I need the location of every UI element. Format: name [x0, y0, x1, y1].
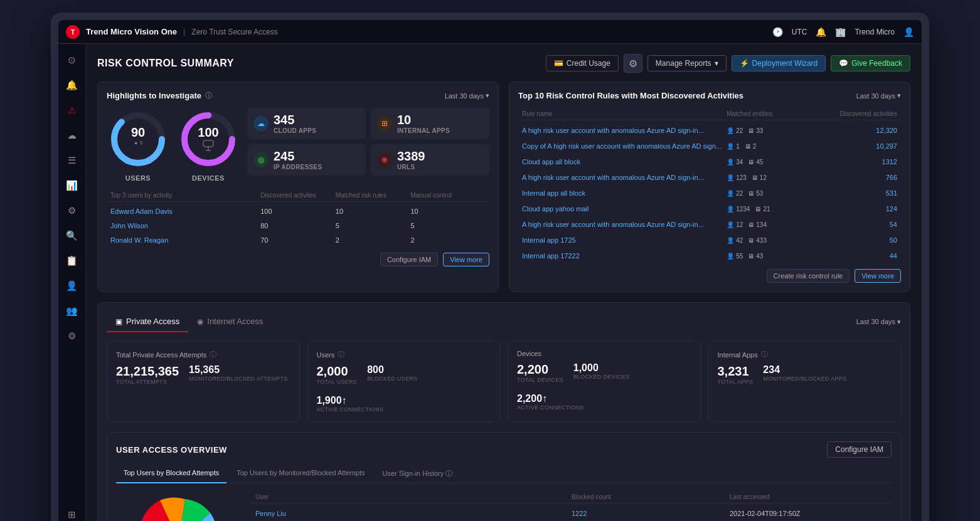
ip-addresses-stat: ◎ 245 IP ADDRESSES — [247, 144, 366, 176]
sidebar: ⊙ 🔔 ⚠ ☁ ☰ 📊 ⚙ 🔍 📋 👤 👥 ⚙ ⊞ ? ▶ — [58, 44, 86, 521]
risk-rules-time-select[interactable]: Last 30 days ▾ — [856, 92, 901, 100]
access-time-select[interactable]: Last 30 days ▾ — [856, 318, 901, 326]
sidebar-item-reports[interactable]: 📊 — [61, 174, 83, 197]
rule-link[interactable]: Internal app 17222 — [522, 252, 727, 260]
highlights-time-select[interactable]: Last 30 days ▾ — [445, 92, 489, 100]
entity-badges: 👤123 🖥12 — [727, 174, 829, 181]
rule-link[interactable]: A high risk user account with anomalous … — [522, 127, 727, 134]
cloud-apps-icon: ☁ — [253, 116, 269, 131]
create-rule-button[interactable]: Create risk control rule — [767, 269, 850, 283]
entity-badges: 👤12 🖥134 — [727, 221, 829, 228]
risk-table-actions: Create risk control rule View more — [518, 269, 901, 283]
rule-link[interactable]: A high risk user account with anomalous … — [522, 174, 727, 181]
rule-link[interactable]: Internal app 1725 — [522, 236, 727, 244]
overview-table-header: User Blocked count Last accessed — [252, 491, 892, 503]
rule-link[interactable]: Internal app all block — [522, 189, 727, 197]
give-feedback-button[interactable]: 💬 Give Feedback — [831, 55, 910, 71]
brand-name: Trend Micro Vision One — [86, 27, 177, 36]
urls-icon: ⊗ — [377, 152, 392, 167]
table-row: Ronald W. Reagan 70 2 2 — [107, 233, 489, 248]
table-row: Edward Adam Davis 100 10 10 — [107, 204, 489, 219]
credit-usage-button[interactable]: 💳 Credit Usage — [546, 55, 619, 71]
settings-button[interactable]: ⚙ — [624, 54, 642, 73]
configure-iam-overview-button[interactable]: Configure IAM — [827, 441, 892, 458]
sidebar-item-settings[interactable]: ⚙ — [61, 325, 83, 347]
sidebar-item-users[interactable]: 👤 — [61, 275, 83, 297]
sub-tab-monitored[interactable]: Top Users by Monitored/Blocked Attempts — [229, 465, 372, 483]
sidebar-item-grid[interactable]: ⊞ — [61, 503, 83, 521]
urls-label: URLS — [397, 164, 425, 171]
rule-link[interactable]: Cloud app yahoo mail — [522, 205, 727, 213]
devices-stat-card: Devices 2,200 TOTAL DEVICES 1,000 BLOCKE… — [508, 340, 701, 422]
svg-text:100: 100 — [198, 125, 218, 139]
user-link[interactable]: Edward Adam Davis — [110, 208, 260, 215]
entity-badges: 👤55 🖥43 — [727, 253, 829, 260]
devices-donut-chart: 100 — [177, 108, 240, 171]
internal-apps-card: Internal Apps ⓘ 3,231 TOTAL APPS 234 — [708, 340, 902, 422]
risk-table-header: Rule name Matched entities Discovered ac… — [518, 108, 901, 120]
notification-icon[interactable]: 🔔 — [816, 27, 826, 37]
view-more-button[interactable]: View more — [443, 253, 489, 266]
sub-tab-signin[interactable]: User Sign-in History ⓘ — [375, 465, 460, 483]
rule-link[interactable]: A high risk user account with anomalous … — [522, 221, 727, 228]
user-avatar[interactable]: 👤 — [903, 27, 914, 37]
clock-icon: 🕐 — [772, 27, 783, 37]
highlights-card: Highlights to Investigate ⓘ Last 30 days… — [97, 82, 499, 292]
users-table: Top 3 users by activity Discovered activ… — [107, 189, 489, 266]
topbar-right: 🕐 UTC 🔔 🏢 Trend Micro 👤 — [772, 27, 914, 37]
deployment-wizard-button[interactable]: ⚡ Deployment Wizard — [732, 55, 826, 71]
table-row: Cloud app all block 👤34 🖥45 1312 — [518, 154, 901, 170]
table-row: Copy of A high risk user account with an… — [518, 139, 901, 154]
sidebar-item-groups[interactable]: 👥 — [61, 300, 83, 322]
svg-text:▲ 5: ▲ 5 — [134, 140, 143, 145]
tab-private-access[interactable]: ▣ Private Access — [107, 312, 188, 332]
overview-user-link[interactable]: Penny Liu — [255, 510, 572, 517]
rule-link[interactable]: Cloud app all block — [522, 158, 727, 166]
table-row: Internal app all block 👤22 🖥53 531 — [518, 186, 901, 201]
manage-reports-button[interactable]: Manage Reports ▾ — [647, 55, 727, 71]
feedback-icon: 💬 — [839, 59, 848, 68]
users-info-icon[interactable]: ⓘ — [338, 350, 344, 359]
risk-view-more-button[interactable]: View more — [855, 269, 901, 283]
sidebar-item-list[interactable]: ☰ — [61, 149, 83, 172]
configure-iam-button[interactable]: Configure IAM — [380, 253, 438, 266]
table-row: A high risk user account with anomalous … — [518, 217, 901, 233]
urls-stat: ⊗ 3389 URLS — [371, 144, 489, 176]
company-icon: 🏢 — [835, 27, 846, 37]
sidebar-item-search[interactable]: 🔍 — [61, 224, 83, 247]
users-table-header: Top 3 users by activity Discovered activ… — [107, 189, 489, 202]
sub-tab-blocked[interactable]: Top Users by Blocked Attempts — [116, 465, 226, 483]
user-access-overview: USER ACCESS OVERVIEW Configure IAM Top U… — [107, 432, 901, 521]
users-stat-card: Users ⓘ 2,000 TOTAL USERS 800 B — [307, 340, 501, 422]
table-row: John Wilson 80 5 5 — [107, 219, 489, 233]
urls-number: 3389 — [397, 149, 425, 164]
wizard-icon: ⚡ — [740, 59, 749, 68]
sidebar-item-alerts[interactable]: 🔔 — [61, 74, 83, 97]
ip-addresses-label: IP ADDRESSES — [274, 164, 322, 171]
attempts-info-icon[interactable]: ⓘ — [210, 350, 216, 359]
table-row: Penny Liu 1222 2021-02-04T09:17:50Z — [252, 506, 892, 521]
sidebar-item-risk[interactable]: ⚠ — [61, 99, 83, 122]
user-link[interactable]: John Wilson — [110, 222, 260, 229]
chevron-down-icon: ▾ — [897, 318, 901, 326]
timezone-label: UTC — [792, 28, 807, 36]
user-link[interactable]: Ronald W. Reagan — [110, 236, 260, 244]
page-title: RISK CONTROL SUMMARY — [97, 58, 540, 69]
logo-icon: T — [66, 25, 80, 39]
sidebar-item-cloud[interactable]: ☁ — [61, 124, 83, 147]
rule-link[interactable]: Copy of A high risk user account with an… — [522, 142, 727, 150]
overview-content: User Blocked count Last accessed Penny L… — [116, 491, 892, 521]
risk-rules-title: Top 10 Risk Control Rules with Most Disc… — [518, 91, 743, 100]
users-donut-chart: 90 ▲ 5 — [107, 108, 169, 171]
highlights-info-icon[interactable]: ⓘ — [205, 91, 212, 100]
cloud-apps-stat: ☁ 345 CLOUD APPS — [247, 108, 366, 139]
entity-badges: 👤42 🖥433 — [727, 237, 829, 244]
sidebar-item-dashboard[interactable]: ⊙ — [61, 49, 83, 71]
tab-internet-access[interactable]: ◉ Internet Access — [188, 312, 272, 332]
sidebar-item-settings2[interactable]: ⚙ — [61, 199, 83, 222]
sidebar-item-logs[interactable]: 📋 — [61, 250, 83, 272]
internal-apps-info-icon[interactable]: ⓘ — [761, 350, 768, 359]
cloud-apps-number: 345 — [274, 113, 316, 127]
devices-donut: 100 DEVICES — [177, 108, 240, 182]
risk-rules-card: Top 10 Risk Control Rules with Most Disc… — [509, 82, 910, 292]
